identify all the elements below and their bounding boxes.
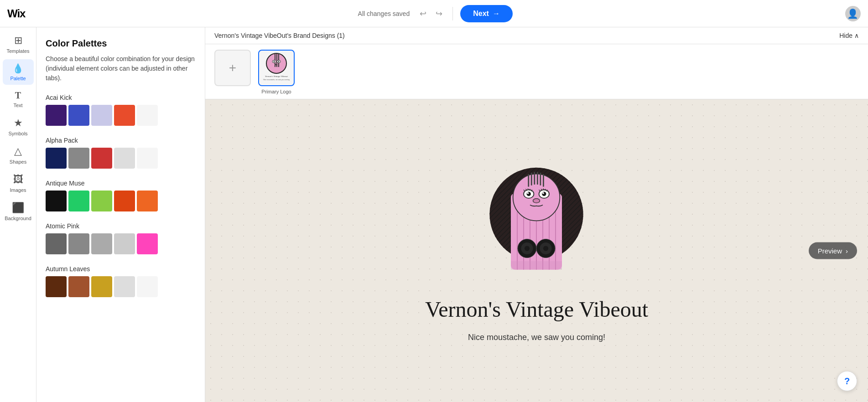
color-swatch[interactable] (137, 191, 158, 211)
palette-item[interactable]: Acai Kick (46, 94, 196, 126)
color-swatch[interactable] (91, 191, 112, 211)
palette-item[interactable]: Alpha Pack (46, 137, 196, 169)
background-label: Background (5, 216, 31, 221)
palette-name: Alpha Pack (46, 137, 196, 144)
symbols-label: Symbols (8, 131, 27, 136)
color-swatch[interactable] (114, 105, 135, 126)
palette-panel: Color Palettes Choose a beautiful color … (36, 27, 205, 402)
sidebar-item-text[interactable]: T Text (3, 87, 34, 112)
help-icon: ? (844, 376, 850, 387)
color-swatch[interactable] (68, 276, 89, 297)
sidebar-item-background[interactable]: ⬛ Background (3, 198, 34, 225)
svg-line-27 (528, 188, 529, 190)
svg-point-6 (274, 61, 275, 62)
logo-bar: Vernon's Vintage VibeOut's Brand Designs… (205, 27, 868, 44)
svg-rect-43 (540, 173, 541, 186)
avatar[interactable]: 👤 (845, 6, 861, 21)
preview-button[interactable]: Preview › (809, 242, 857, 259)
logo-bar-title: Vernon's Vintage VibeOut's Brand Designs… (214, 32, 345, 39)
hide-button[interactable]: Hide ∧ (839, 32, 859, 39)
palette-swatches (46, 276, 196, 297)
content-area: Vernon's Vintage VibeOut's Brand Designs… (205, 27, 868, 402)
undo-button[interactable]: ↩ (417, 7, 429, 21)
svg-point-38 (533, 199, 540, 203)
palette-name: Antique Muse (46, 180, 196, 187)
color-swatch[interactable] (68, 233, 89, 254)
color-swatch[interactable] (46, 148, 67, 169)
next-arrow-icon: → (493, 10, 500, 18)
color-swatch[interactable] (91, 233, 112, 254)
avatar-icon: 👤 (847, 8, 858, 19)
svg-line-28 (530, 189, 530, 191)
sidebar-item-shapes[interactable]: △ Shapes (3, 142, 34, 168)
color-swatch[interactable] (114, 233, 135, 254)
color-swatch[interactable] (68, 148, 89, 169)
palette-swatches (46, 105, 196, 126)
add-logo-button[interactable]: + (214, 50, 251, 86)
color-swatch[interactable] (46, 233, 67, 254)
color-swatch[interactable] (137, 233, 158, 254)
topbar-center: All changes saved ↩ ↪ Next → (358, 5, 513, 22)
svg-rect-40 (531, 173, 532, 186)
color-swatch[interactable] (68, 191, 89, 211)
palette-item[interactable]: Autumn Leaves (46, 265, 196, 297)
logo-thumbnails-area: + (205, 44, 868, 99)
palette-panel-description: Choose a beautiful color combination for… (46, 54, 196, 83)
undo-redo-group: ↩ ↪ (417, 7, 445, 21)
brand-illustration (477, 159, 596, 287)
svg-line-36 (545, 189, 546, 191)
color-swatch[interactable] (91, 276, 112, 297)
svg-point-32 (543, 192, 545, 194)
hide-label: Hide (839, 32, 852, 39)
palette-swatches (46, 148, 196, 169)
color-swatch[interactable] (91, 105, 112, 126)
palette-name: Atomic Pink (46, 222, 196, 230)
primary-logo-wrapper: Vernon's Vintage Vibeout Nice moustache,… (258, 50, 295, 86)
help-button[interactable]: ? (837, 371, 857, 391)
palette-list: Acai KickAlpha PackAntique MuseAtomic Pi… (46, 94, 196, 297)
palette-swatches (46, 191, 196, 211)
svg-point-31 (542, 192, 546, 196)
topbar-divider (452, 7, 453, 21)
color-swatch[interactable] (137, 105, 158, 126)
sidebar-item-palette[interactable]: 💧 Palette (3, 59, 34, 85)
color-swatch[interactable] (46, 105, 67, 126)
sidebar-item-templates[interactable]: ⊞ Templates (3, 31, 34, 57)
palette-panel-title: Color Palettes (46, 38, 196, 49)
color-swatch[interactable] (114, 276, 135, 297)
palette-name: Autumn Leaves (46, 265, 196, 273)
color-swatch[interactable] (114, 148, 135, 169)
redo-button[interactable]: ↪ (433, 7, 445, 21)
topbar: Wix All changes saved ↩ ↪ Next → 👤 (0, 0, 868, 27)
color-swatch[interactable] (137, 148, 158, 169)
next-label: Next (473, 10, 489, 18)
add-icon: + (229, 61, 236, 75)
svg-rect-44 (543, 174, 544, 187)
primary-logo-thumb[interactable]: Vernon's Vintage Vibeout Nice moustache,… (258, 50, 295, 86)
chevron-up-icon: ∧ (854, 32, 859, 39)
sidebar-item-symbols[interactable]: ★ Symbols (3, 113, 34, 140)
color-swatch[interactable] (68, 105, 89, 126)
color-swatch[interactable] (46, 276, 67, 297)
color-swatch[interactable] (114, 191, 135, 211)
sidebar-item-images[interactable]: 🖼 Images (3, 170, 34, 196)
svg-line-35 (543, 188, 544, 190)
svg-rect-51 (511, 261, 562, 270)
next-button[interactable]: Next → (460, 5, 513, 22)
svg-point-7 (278, 61, 280, 62)
tagline-text: Nice moustache, we saw you coming! (468, 333, 605, 342)
templates-icon: ⊞ (14, 35, 22, 46)
color-swatch[interactable] (137, 276, 158, 297)
color-swatch[interactable] (91, 148, 112, 169)
background-icon: ⬛ (12, 202, 24, 214)
color-swatch[interactable] (46, 191, 67, 211)
palette-item[interactable]: Antique Muse (46, 180, 196, 211)
svg-point-50 (543, 246, 548, 251)
images-label: Images (10, 187, 26, 193)
palette-item[interactable]: Atomic Pink (46, 222, 196, 254)
main-layout: ⊞ Templates 💧 Palette T Text ★ Symbols △… (0, 27, 868, 402)
svg-rect-39 (528, 174, 530, 187)
palette-icon: 💧 (12, 63, 24, 74)
svg-text:Nice moustache, we saw you com: Nice moustache, we saw you coming (263, 79, 290, 81)
svg-point-47 (525, 246, 530, 251)
